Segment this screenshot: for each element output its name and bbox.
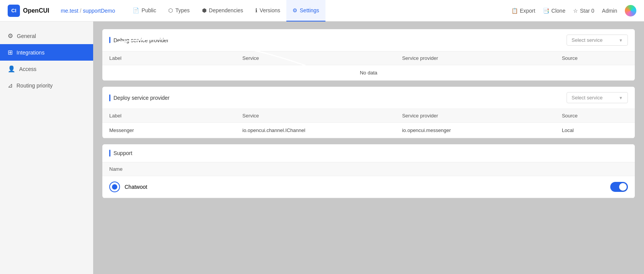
- support-name-header: Name: [102, 162, 635, 176]
- deploy-title-bar: [109, 94, 110, 101]
- debug-col-provider: Service provider: [395, 51, 555, 65]
- integrations-icon: ⊞: [8, 49, 13, 56]
- debug-title-bar: [109, 37, 110, 44]
- export-button[interactable]: 📋 Export: [511, 8, 535, 14]
- debug-col-label: Label: [102, 51, 235, 65]
- logo-area: CI OpenCUI: [8, 5, 49, 17]
- deploy-col-source: Source: [555, 109, 635, 123]
- support-row-left: Chatwoot: [109, 182, 147, 192]
- nav-actions: 📋 Export 📑 Clone ☆ Star 0 Admin: [511, 5, 636, 17]
- tab-dependencies[interactable]: ⬢ Dependencies: [196, 0, 250, 21]
- types-icon: ⬡: [168, 7, 173, 13]
- support-section-header: Support: [102, 144, 635, 162]
- nav-tabs: 📄 Public ⬡ Types ⬢ Dependencies ℹ Versio…: [127, 0, 511, 21]
- versions-icon: ℹ: [255, 7, 257, 13]
- app-logo-text: OpenCUI: [23, 7, 49, 14]
- breadcrumb-part1[interactable]: me.test: [61, 8, 78, 14]
- debug-col-service: Service: [235, 51, 395, 65]
- clone-button[interactable]: 📑 Clone: [543, 8, 565, 14]
- settings-icon: ⚙: [292, 7, 297, 13]
- deploy-section-title: Deploy service provider: [109, 94, 169, 101]
- main-layout: ⚙ General ⊞ Integrations 👤 Access ⊿ Rout…: [0, 21, 644, 274]
- breadcrumb: me.test / supportDemo: [61, 8, 115, 14]
- debug-table-header-row: Label Service Service provider Source: [102, 51, 635, 65]
- support-section-title: Support: [109, 150, 132, 157]
- tab-public[interactable]: 📄 Public: [127, 0, 162, 21]
- deploy-table-header-row: Label Service Service provider Source: [102, 109, 635, 123]
- breadcrumb-separator: /: [80, 8, 81, 14]
- deploy-row-service: io.opencui.channel.IChannel: [235, 123, 395, 138]
- support-row: Chatwoot: [102, 176, 635, 198]
- debug-no-data: No data: [102, 65, 635, 81]
- debug-section: Debug service provider Select service ▼ …: [102, 29, 635, 81]
- breadcrumb-part2[interactable]: supportDemo: [83, 8, 115, 14]
- debug-select-arrow: ▼: [619, 38, 623, 43]
- routing-icon: ⊿: [8, 82, 13, 89]
- deploy-col-service: Service: [235, 109, 395, 123]
- star-icon: ☆: [573, 8, 578, 14]
- chatwoot-toggle[interactable]: [610, 182, 628, 192]
- public-icon: 📄: [133, 7, 139, 13]
- sidebar-item-access[interactable]: 👤 Access: [0, 61, 93, 77]
- deploy-select-arrow: ▼: [619, 96, 623, 100]
- deploy-table: Label Service Service provider Source Me…: [102, 109, 635, 138]
- deploy-section: Deploy service provider Select service ▼…: [102, 87, 635, 138]
- general-icon: ⚙: [8, 32, 13, 40]
- deploy-section-header: Deploy service provider Select service ▼: [102, 87, 635, 109]
- chatwoot-icon: [109, 182, 120, 192]
- table-row: Messenger io.opencui.channel.IChannel io…: [102, 123, 635, 138]
- debug-section-title: Debug service provider: [109, 37, 169, 44]
- debug-section-header: Debug service provider Select service ▼: [102, 29, 635, 51]
- tab-types[interactable]: ⬡ Types: [162, 0, 196, 21]
- debug-col-source: Source: [555, 51, 635, 65]
- navbar: CI OpenCUI me.test / supportDemo 📄 Publi…: [0, 0, 644, 21]
- access-icon: 👤: [8, 65, 15, 73]
- deploy-select-service[interactable]: Select service ▼: [567, 92, 628, 103]
- content-area: Debug service provider Select service ▼ …: [93, 21, 644, 274]
- deploy-row-provider: io.opencui.messenger: [395, 123, 555, 138]
- sidebar-item-integrations[interactable]: ⊞ Integrations: [0, 44, 93, 61]
- chatwoot-inner-dot: [112, 184, 117, 190]
- deploy-col-label: Label: [102, 109, 235, 123]
- admin-button[interactable]: Admin: [602, 8, 617, 14]
- toggle-knob: [619, 183, 627, 191]
- user-avatar[interactable]: [625, 5, 636, 17]
- support-title-bar: [109, 150, 110, 157]
- clone-icon: 📑: [543, 8, 549, 14]
- deploy-row-label: Messenger: [102, 123, 235, 138]
- app-logo-icon: CI: [8, 5, 20, 17]
- export-icon: 📋: [511, 8, 518, 14]
- debug-table: Label Service Service provider Source No…: [102, 51, 635, 81]
- dependencies-icon: ⬢: [202, 7, 207, 13]
- deploy-row-source: Local: [555, 123, 635, 138]
- sidebar-item-routing[interactable]: ⊿ Routing priority: [0, 77, 93, 94]
- sidebar: ⚙ General ⊞ Integrations 👤 Access ⊿ Rout…: [0, 21, 93, 274]
- deploy-col-provider: Service provider: [395, 109, 555, 123]
- tab-settings[interactable]: ⚙ Settings: [286, 0, 325, 21]
- sidebar-item-general[interactable]: ⚙ General: [0, 28, 93, 44]
- star-button[interactable]: ☆ Star 0: [573, 8, 594, 14]
- chatwoot-label: Chatwoot: [125, 184, 147, 190]
- tab-versions[interactable]: ℹ Versions: [249, 0, 286, 21]
- debug-no-data-row: No data: [102, 65, 635, 81]
- support-section: Support Name Chatwoot: [102, 144, 635, 198]
- debug-select-service[interactable]: Select service ▼: [567, 35, 628, 46]
